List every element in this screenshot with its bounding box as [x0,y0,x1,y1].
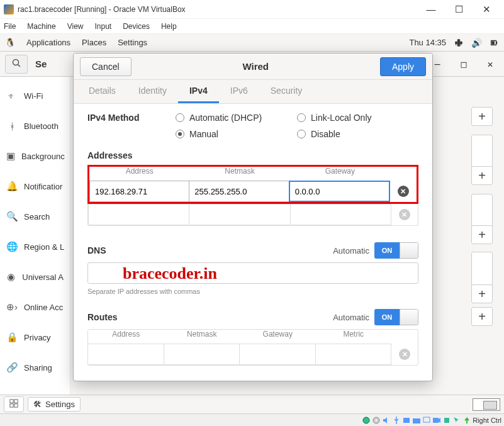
bluetooth-icon: ᚼ [6,121,18,132]
vb-usb-icon[interactable] [392,416,401,425]
sidebar-item-label: Wi-Fi [24,91,43,101]
delete-row-button[interactable]: ✕ [390,181,417,202]
menu-view[interactable]: View [67,22,84,31]
svg-rect-2 [492,41,495,44]
route-netmask-input[interactable] [164,344,240,365]
workspace-preview[interactable] [473,398,500,411]
gnome-taskbar: 🛠 Settings [0,395,504,413]
search-button[interactable] [5,55,28,74]
address-row-empty: ✕ [88,204,418,225]
vb-network-icon[interactable] [402,416,411,425]
accessibility-icon: ◉ [6,271,16,283]
connection-settings-frame[interactable] [471,252,493,287]
dialog-body: IPv4 Method Automatic (DHCP) Manual Link… [74,104,432,381]
sidebar-item-wifi[interactable]: ᯤWi-Fi [0,81,70,111]
globe-icon: 🌐 [6,241,18,252]
svg-rect-5 [10,400,13,403]
window-maximize-button[interactable]: ☐ [445,1,473,18]
sidebar-item-search[interactable]: 🔍Search [0,201,70,232]
address-input[interactable] [88,204,189,225]
add-button[interactable]: + [471,225,493,244]
sidebar-item-label: Search [24,212,50,221]
menu-machine[interactable]: Machine [27,22,55,31]
sidebar-item-bluetooth[interactable]: ᚼBluetooth [0,111,70,141]
radio-label: Manual [189,129,218,139]
svg-rect-1 [496,42,498,44]
address-input[interactable] [89,181,189,202]
vb-cpu-icon[interactable] [442,416,451,425]
routes-automatic-label: Automatic [333,313,369,322]
vb-mouse-icon[interactable] [452,416,461,425]
lock-icon: 🔒 [6,332,18,343]
tab-details[interactable]: Details [77,80,127,103]
netmask-input[interactable] [189,204,290,225]
menu-input[interactable]: Input [95,22,112,31]
add-button[interactable]: + [471,284,493,303]
column-metric: Metric [316,330,392,344]
dns-hint: Separate IP addresses with commas [87,288,418,295]
radio-icon [176,130,184,138]
radio-manual[interactable]: Manual [176,129,297,139]
taskbar-settings-button[interactable]: 🛠 Settings [28,397,81,412]
sidebar-item-notifications[interactable]: 🔔Notificatior [0,171,70,201]
gateway-input[interactable] [289,181,390,202]
radio-disable[interactable]: Disable [297,129,418,139]
apply-button[interactable]: Apply [380,57,426,76]
tab-ipv4[interactable]: IPv4 [178,80,219,103]
add-button[interactable]: + [471,166,493,185]
gnome-applications[interactable]: Applications [26,38,70,47]
ipv4-method-label: IPv4 Method [87,113,176,133]
gnome-clock[interactable]: Thu 14:35 [409,38,446,47]
sidebar-item-privacy[interactable]: 🔒Privacy [0,322,70,352]
svg-rect-14 [423,417,430,422]
toggle-knob [400,242,418,259]
tab-security[interactable]: Security [259,80,314,103]
menu-devices[interactable]: Devices [123,22,150,31]
battery-indicator-icon[interactable] [489,38,499,48]
gateway-input[interactable] [290,204,391,225]
vb-optical-icon[interactable] [372,416,381,425]
vb-recording-icon[interactable] [432,416,441,425]
sidebar-item-sharing[interactable]: 🔗Sharing [0,352,70,383]
tab-ipv6[interactable]: IPv6 [219,80,259,103]
column-netmask: Netmask [189,167,289,181]
header-close-button[interactable]: ✕ [481,59,499,70]
window-close-button[interactable]: ✕ [473,1,500,18]
header-maximize-button[interactable]: □ [455,59,473,70]
sidebar-item-background[interactable]: ▣Backgrounc [0,141,70,171]
sidebar-item-universal-access[interactable]: ◉Universal A [0,262,70,292]
sidebar-item-region[interactable]: 🌐Region & L [0,232,70,262]
vb-keyboard-icon[interactable] [462,416,471,425]
connection-settings-frame[interactable] [471,194,493,229]
window-title: rac1.bracecoder [Running] - Oracle VM Vi… [18,5,417,14]
cancel-button[interactable]: Cancel [80,57,132,76]
radio-link-local[interactable]: Link-Local Only [297,113,418,123]
gnome-settings-menu[interactable]: Settings [118,38,147,47]
vb-shared-folders-icon[interactable] [412,416,421,425]
route-metric-input[interactable] [315,344,392,365]
gnome-places[interactable]: Places [82,38,106,47]
add-button[interactable]: + [471,107,493,126]
workspace-switcher-button[interactable] [4,396,24,412]
radio-automatic-dhcp[interactable]: Automatic (DHCP) [176,113,297,123]
vb-display-icon[interactable] [422,416,431,425]
menu-file[interactable]: File [4,22,16,31]
volume-indicator-icon[interactable]: 🔊 [471,38,481,48]
route-address-input[interactable] [87,344,164,365]
connection-settings-frame[interactable] [471,135,493,170]
dns-automatic-toggle[interactable]: ON [374,242,418,259]
vb-audio-icon[interactable] [382,416,391,425]
routes-automatic-toggle[interactable]: ON [374,309,418,325]
window-minimize-button[interactable]: — [417,1,445,18]
vb-disk-icon[interactable] [362,416,371,425]
menu-help[interactable]: Help [161,22,177,31]
route-gateway-input[interactable] [239,344,316,365]
gnome-foot-icon: 🐧 [5,38,15,48]
sidebar-item-online-accounts[interactable]: ⊕›Online Acc [0,292,70,322]
page-title: Se [35,59,47,69]
add-button[interactable]: + [471,307,493,326]
netmask-input[interactable] [189,181,289,202]
tab-identity[interactable]: Identity [127,80,178,103]
network-indicator-icon[interactable] [454,38,464,48]
radio-icon [176,113,184,122]
